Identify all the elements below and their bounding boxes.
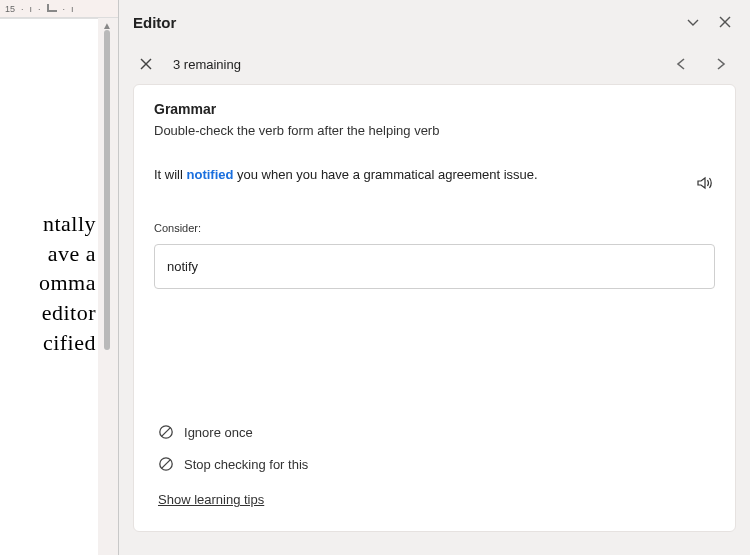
issue-card: Grammar Double-check the verb form after…	[133, 84, 736, 532]
editor-panel: Editor 3 remaining Grammar Double-check …	[119, 0, 750, 555]
remaining-count: 3 remaining	[173, 57, 652, 72]
doc-line: ntally	[2, 209, 98, 239]
svg-line-7	[162, 460, 171, 469]
panel-title: Editor	[133, 14, 672, 31]
read-aloud-button[interactable]	[695, 173, 715, 193]
prev-issue-button[interactable]	[670, 53, 692, 75]
scroll-up-icon[interactable]: ▲	[101, 20, 113, 28]
stop-checking-button[interactable]: Stop checking for this	[154, 448, 715, 480]
next-issue-button[interactable]	[710, 53, 732, 75]
doc-line: editor	[2, 298, 98, 328]
issue-subtitle: Double-check the verb form after the hel…	[154, 123, 715, 138]
chevron-right-icon	[715, 57, 727, 71]
doc-line: ave a	[2, 239, 98, 269]
sentence-post: you when you have a grammatical agreemen…	[233, 167, 537, 182]
close-icon	[718, 15, 732, 29]
panel-header: Editor	[119, 0, 750, 44]
tab-marker-icon[interactable]	[47, 4, 57, 14]
ruler: 15 · ı · · ı	[0, 0, 118, 18]
suggestion-button[interactable]: notify	[154, 244, 715, 289]
stop-checking-label: Stop checking for this	[184, 457, 308, 472]
speaker-icon	[695, 173, 715, 193]
close-icon	[139, 57, 153, 71]
ignore-once-button[interactable]: Ignore once	[154, 416, 715, 448]
chevron-down-icon	[686, 15, 700, 29]
issue-nav-bar: 3 remaining	[119, 44, 750, 84]
close-panel-button[interactable]	[714, 11, 736, 33]
ban-icon	[158, 456, 174, 472]
collapse-button[interactable]	[682, 11, 704, 33]
highlighted-word: notified	[187, 167, 234, 182]
learning-tips-link[interactable]: Show learning tips	[154, 488, 715, 511]
scrollbar-thumb[interactable]	[104, 30, 110, 350]
chevron-left-icon	[675, 57, 687, 71]
consider-label: Consider:	[154, 222, 715, 234]
back-button[interactable]	[137, 55, 155, 73]
ignore-once-label: Ignore once	[184, 425, 253, 440]
sentence-pre: It will	[154, 167, 187, 182]
issue-category: Grammar	[154, 101, 715, 117]
document-fragment[interactable]: ntally ave a omma editor cified	[0, 18, 98, 555]
ruler-number: 15	[5, 4, 15, 14]
issue-sentence: It will notified you when you have a gra…	[154, 166, 715, 184]
doc-line: cified	[2, 328, 98, 358]
doc-line: omma	[2, 268, 98, 298]
svg-line-5	[162, 428, 171, 437]
ban-icon	[158, 424, 174, 440]
